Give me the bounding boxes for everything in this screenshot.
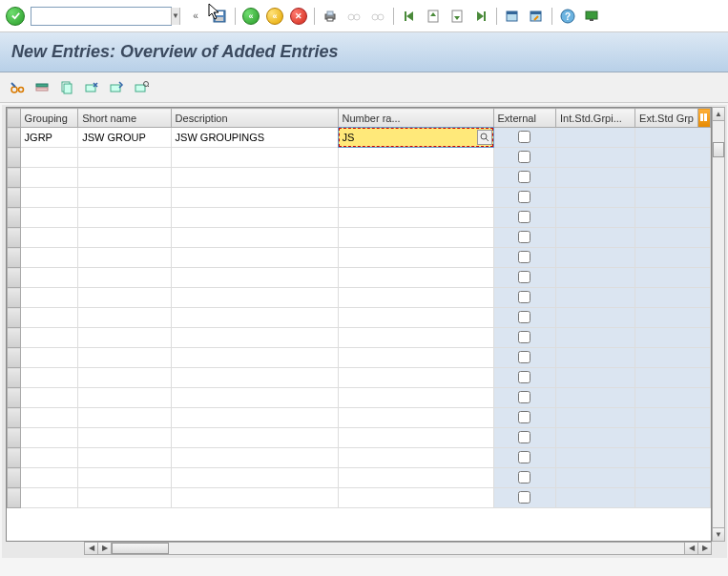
external-checkbox[interactable] — [518, 371, 530, 383]
cell-short-name[interactable] — [78, 168, 171, 188]
save-button[interactable] — [209, 6, 230, 27]
cell-description[interactable] — [171, 208, 338, 228]
cell-grouping[interactable] — [20, 408, 78, 428]
cell-number-range[interactable] — [338, 488, 493, 508]
cell-short-name[interactable] — [78, 288, 171, 308]
cell-ext-std[interactable] — [635, 388, 711, 408]
cell-ext-std[interactable] — [635, 408, 711, 428]
cell-grouping[interactable] — [20, 448, 78, 468]
cell-ext-std[interactable] — [635, 308, 711, 328]
scroll-right-button[interactable]: ◀ — [684, 543, 697, 554]
cell-number-range[interactable] — [338, 308, 493, 328]
prev-page-button[interactable] — [423, 6, 444, 27]
row-selector[interactable] — [8, 168, 21, 188]
external-checkbox[interactable] — [518, 351, 530, 363]
row-selector[interactable] — [8, 328, 21, 348]
cell-description[interactable] — [171, 488, 338, 508]
cell-ext-std[interactable] — [635, 368, 711, 388]
cell-int-std[interactable] — [556, 208, 635, 228]
row-selector[interactable] — [8, 208, 21, 228]
cell-number-range[interactable] — [338, 288, 493, 308]
cell-short-name[interactable]: JSW GROUP — [78, 128, 171, 148]
cell-number-range[interactable] — [338, 368, 493, 388]
cell-ext-std[interactable] — [635, 128, 711, 148]
help-button[interactable]: ? — [557, 6, 578, 27]
cell-description[interactable] — [171, 248, 338, 268]
f4-help-button[interactable] — [477, 130, 492, 145]
cell-external[interactable] — [493, 468, 555, 488]
cell-short-name[interactable] — [78, 448, 171, 468]
vertical-scrollbar[interactable]: ▲ ▼ — [712, 107, 725, 542]
row-selector[interactable] — [8, 248, 21, 268]
cell-external[interactable] — [493, 448, 555, 468]
print-list-button[interactable] — [132, 78, 151, 97]
row-selector[interactable] — [8, 468, 21, 488]
new-entries-button[interactable] — [32, 78, 52, 97]
external-checkbox[interactable] — [518, 271, 530, 283]
cell-grouping[interactable] — [20, 488, 78, 508]
cell-short-name[interactable] — [78, 148, 171, 168]
cell-external[interactable] — [493, 368, 555, 388]
cell-int-std[interactable] — [556, 428, 635, 448]
cell-external[interactable] — [493, 148, 555, 168]
cell-int-std[interactable] — [556, 288, 635, 308]
cell-description[interactable] — [171, 188, 338, 208]
external-checkbox[interactable] — [518, 191, 530, 203]
col-external[interactable]: External — [493, 109, 555, 128]
row-selector[interactable] — [8, 448, 21, 468]
cell-external[interactable] — [493, 388, 555, 408]
cell-external[interactable] — [493, 428, 555, 448]
external-checkbox[interactable] — [518, 331, 530, 343]
command-field[interactable]: ▼ — [31, 7, 172, 26]
cell-ext-std[interactable] — [635, 488, 711, 508]
scroll-track[interactable] — [713, 121, 724, 527]
print-button[interactable] — [320, 6, 341, 27]
first-page-button[interactable] — [399, 6, 420, 27]
cell-number-range[interactable] — [338, 128, 493, 148]
cell-number-range[interactable] — [338, 468, 493, 488]
command-dropdown[interactable]: ▼ — [171, 8, 179, 25]
cell-int-std[interactable] — [556, 308, 635, 328]
cell-ext-std[interactable] — [635, 208, 711, 228]
cell-number-range[interactable] — [338, 428, 493, 448]
cell-short-name[interactable] — [78, 248, 171, 268]
external-checkbox[interactable] — [518, 391, 530, 403]
cell-external[interactable] — [493, 128, 555, 148]
cell-number-range[interactable] — [338, 448, 493, 468]
number-range-input[interactable] — [340, 132, 477, 143]
select-all-button[interactable] — [107, 78, 126, 97]
cell-short-name[interactable] — [78, 348, 171, 368]
scroll-left2-button[interactable]: ▶ — [98, 543, 112, 554]
row-selector[interactable] — [8, 148, 21, 168]
cell-description[interactable] — [171, 288, 338, 308]
cell-grouping[interactable] — [20, 288, 78, 308]
cell-int-std[interactable] — [556, 128, 635, 148]
row-selector[interactable] — [8, 428, 21, 448]
cell-description[interactable] — [171, 468, 338, 488]
cell-external[interactable] — [493, 288, 555, 308]
cell-ext-std[interactable] — [635, 288, 711, 308]
cell-description[interactable] — [171, 268, 338, 288]
cell-int-std[interactable] — [556, 488, 635, 508]
col-grouping[interactable]: Grouping — [20, 109, 78, 128]
cancel-button[interactable]: ✕ — [288, 6, 309, 27]
next-page-button[interactable] — [447, 6, 468, 27]
last-page-button[interactable] — [470, 6, 491, 27]
cell-external[interactable] — [493, 168, 555, 188]
cell-external[interactable] — [493, 268, 555, 288]
cell-short-name[interactable] — [78, 188, 171, 208]
external-checkbox[interactable] — [518, 251, 530, 263]
cell-ext-std[interactable] — [635, 468, 711, 488]
history-back-button[interactable]: « — [185, 6, 206, 27]
cell-description[interactable] — [171, 308, 338, 328]
cell-number-range[interactable] — [338, 208, 493, 228]
scroll-up-button[interactable]: ▲ — [713, 108, 724, 121]
col-short-name[interactable]: Short name — [78, 109, 171, 128]
cell-description[interactable] — [171, 408, 338, 428]
cell-description[interactable] — [171, 228, 338, 248]
cell-external[interactable] — [493, 488, 555, 508]
cell-external[interactable] — [493, 308, 555, 328]
back-button[interactable]: « — [240, 6, 261, 27]
cell-external[interactable] — [493, 228, 555, 248]
col-int-std[interactable]: Int.Std.Grpi... — [556, 109, 635, 128]
